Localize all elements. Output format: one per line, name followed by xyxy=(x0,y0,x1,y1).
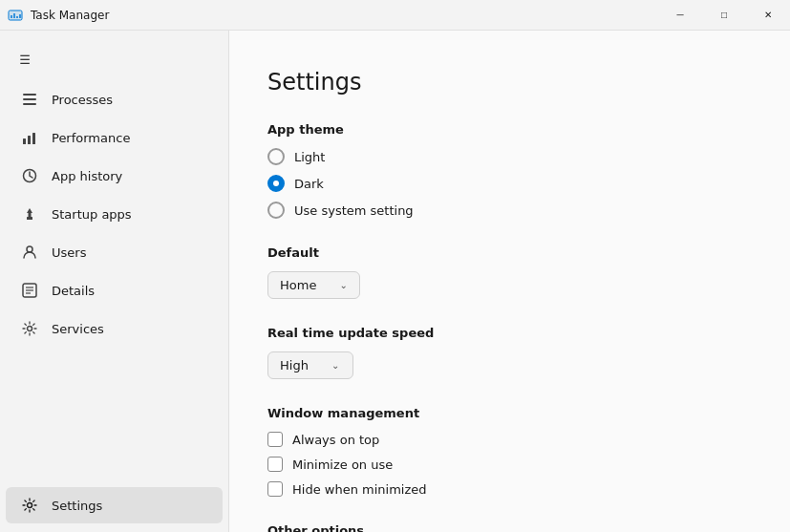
sidebar-item-services[interactable]: Services xyxy=(6,310,223,347)
realtime-dropdown-chevron: ⌄ xyxy=(331,360,339,371)
default-dropdown-value: Home xyxy=(280,278,316,292)
minimize-on-use-option[interactable]: Minimize on use xyxy=(267,457,752,472)
processes-icon xyxy=(21,91,38,108)
svg-rect-9 xyxy=(23,138,26,144)
default-section-label: Default xyxy=(267,245,752,260)
hamburger-icon: ☰ xyxy=(19,53,31,67)
settings-icon xyxy=(21,497,38,514)
services-label: Services xyxy=(52,322,104,336)
svg-rect-8 xyxy=(23,103,36,105)
theme-dark-option[interactable]: Dark xyxy=(267,175,752,192)
theme-system-label: Use system setting xyxy=(294,203,414,218)
app-history-label: App history xyxy=(52,169,122,183)
sidebar-item-performance[interactable]: Performance xyxy=(6,119,223,156)
minimize-on-use-checkbox[interactable] xyxy=(267,457,283,472)
always-on-top-label: Always on top xyxy=(292,433,379,447)
sidebar-item-settings[interactable]: Settings xyxy=(6,487,223,523)
window-mgmt-group: Always on top Minimize on use Hide when … xyxy=(267,432,752,497)
svg-rect-13 xyxy=(27,217,32,220)
minimize-on-use-label: Minimize on use xyxy=(292,458,393,472)
default-dropdown-chevron: ⌄ xyxy=(339,280,347,290)
theme-light-option[interactable]: Light xyxy=(267,148,752,165)
hide-when-minimized-label: Hide when minimized xyxy=(292,482,427,497)
close-button[interactable]: ✕ xyxy=(746,0,790,31)
details-label: Details xyxy=(52,284,95,298)
titlebar-controls: ─ □ ✕ xyxy=(658,0,790,31)
always-on-top-option[interactable]: Always on top xyxy=(267,432,752,447)
performance-icon xyxy=(21,129,38,146)
hamburger-button[interactable]: ☰ xyxy=(8,42,42,76)
theme-light-label: Light xyxy=(294,150,325,164)
svg-rect-14 xyxy=(29,213,32,217)
startup-apps-label: Startup apps xyxy=(52,207,132,222)
realtime-label: Real time update speed xyxy=(267,326,752,340)
app-theme-label: App theme xyxy=(267,122,752,137)
sidebar-item-users[interactable]: Users xyxy=(6,234,223,270)
page-title: Settings xyxy=(267,69,752,96)
always-on-top-checkbox[interactable] xyxy=(267,432,283,447)
svg-point-21 xyxy=(28,503,32,508)
svg-rect-11 xyxy=(32,133,35,144)
startup-apps-icon xyxy=(21,205,38,223)
settings-label: Settings xyxy=(52,499,102,513)
default-dropdown[interactable]: Home ⌄ xyxy=(267,271,360,299)
window-mgmt-label: Window management xyxy=(267,406,752,420)
minimize-button[interactable]: ─ xyxy=(658,0,702,31)
theme-dark-label: Dark xyxy=(294,177,324,191)
svg-point-15 xyxy=(27,246,32,252)
svg-rect-10 xyxy=(28,136,31,144)
processes-label: Processes xyxy=(52,93,113,107)
svg-rect-7 xyxy=(23,98,36,100)
users-icon xyxy=(21,244,38,261)
theme-dark-radio[interactable] xyxy=(267,175,285,192)
svg-point-20 xyxy=(28,327,32,331)
app-icon xyxy=(8,8,23,23)
sidebar-item-app-history[interactable]: App history xyxy=(6,158,223,194)
theme-light-radio[interactable] xyxy=(267,148,285,165)
app-body: ☰ Processes Performance xyxy=(0,31,790,532)
svg-rect-6 xyxy=(23,94,36,96)
users-label: Users xyxy=(52,245,86,260)
details-icon xyxy=(21,282,38,299)
sidebar: ☰ Processes Performance xyxy=(0,31,229,532)
sidebar-item-startup-apps[interactable]: Startup apps xyxy=(6,196,223,232)
sidebar-item-details[interactable]: Details xyxy=(6,272,223,309)
default-dropdown-container: Home ⌄ xyxy=(267,271,752,299)
hide-when-minimized-checkbox[interactable] xyxy=(267,481,283,497)
app-history-icon xyxy=(21,167,38,184)
realtime-dropdown[interactable]: High ⌄ xyxy=(267,351,353,379)
theme-radio-group: Light Dark Use system setting xyxy=(267,148,752,219)
performance-label: Performance xyxy=(52,131,130,145)
other-options-label: Other options xyxy=(267,523,752,532)
titlebar-left: Task Manager xyxy=(8,8,109,23)
sidebar-item-processes[interactable]: Processes xyxy=(6,81,223,117)
hide-when-minimized-option[interactable]: Hide when minimized xyxy=(267,481,752,497)
realtime-dropdown-value: High xyxy=(280,358,309,372)
services-icon xyxy=(21,320,38,337)
theme-system-radio[interactable] xyxy=(267,202,285,219)
theme-system-option[interactable]: Use system setting xyxy=(267,202,752,219)
main-content: Settings App theme Light Dark Use system… xyxy=(229,31,790,532)
realtime-dropdown-container: High ⌄ xyxy=(267,351,752,379)
app-title: Task Manager xyxy=(31,9,109,22)
titlebar: Task Manager ─ □ ✕ xyxy=(0,0,790,31)
maximize-button[interactable]: □ xyxy=(702,0,746,31)
